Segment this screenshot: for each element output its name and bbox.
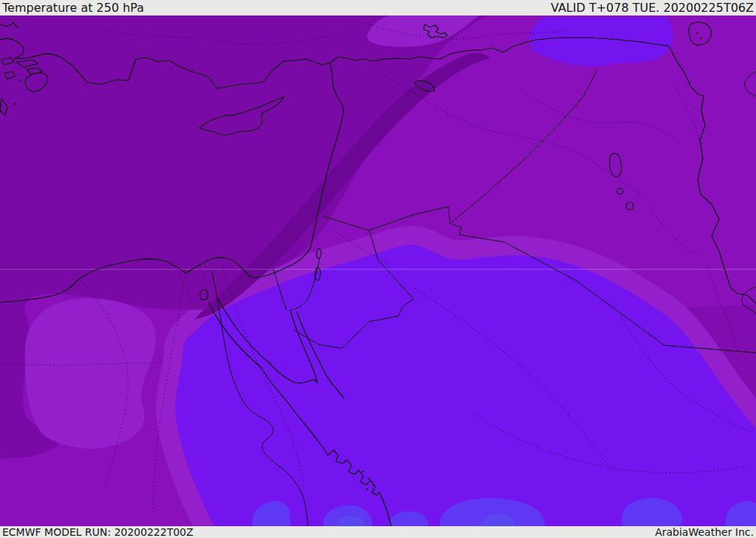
- model-run-label: ECMWF MODEL RUN: 20200222T00Z: [2, 526, 193, 538]
- weather-map-screen: Temperature at 250 hPa VALID T+078 TUE. …: [0, 0, 756, 538]
- region-violet-north-blob: [530, 17, 673, 66]
- valid-time-label: VALID T+078 TUE. 20200225T06Z: [551, 0, 754, 15]
- temperature-map-canvas: [0, 15, 756, 526]
- map-title: Temperature at 250 hPa: [2, 0, 144, 15]
- brand-label: ArabiaWeather Inc.: [655, 526, 754, 538]
- footer-bar: ECMWF MODEL RUN: 20200222T00Z ArabiaWeat…: [0, 526, 756, 538]
- forecast-map: [0, 15, 756, 526]
- region-light-west-patch: [25, 298, 156, 449]
- header-bar: Temperature at 250 hPa VALID T+078 TUE. …: [0, 0, 756, 15]
